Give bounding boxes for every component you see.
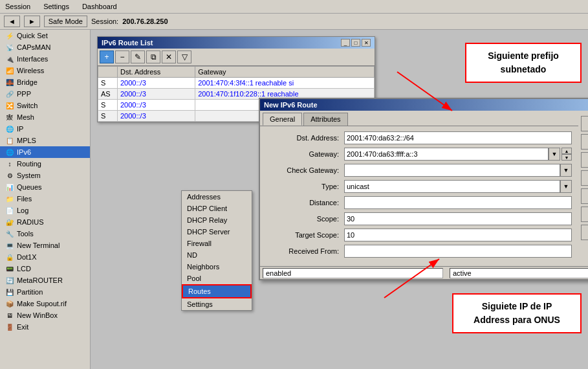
submenu-firewall[interactable]: Firewall — [182, 238, 252, 249]
submenu-routes[interactable]: Routes — [182, 284, 252, 298]
col-dst[interactable]: Dst. Address — [118, 67, 195, 78]
col-flag[interactable] — [98, 67, 118, 78]
row-flag: S — [98, 78, 118, 89]
wireless-icon: 📶 — [5, 66, 14, 75]
sidebar-item-metarouter[interactable]: 🔄 MetaROUTER — [0, 274, 90, 286]
tab-general[interactable]: General — [263, 113, 302, 126]
disable-route-button[interactable]: ✕ — [162, 50, 176, 63]
submenu-pool[interactable]: Pool — [182, 273, 252, 284]
copy-route-button[interactable]: ⧉ — [146, 50, 160, 63]
sidebar-label-lcd: LCD — [17, 265, 31, 273]
sidebar-item-switch[interactable]: 🔀 Switch — [0, 100, 90, 111]
sidebar-item-ipv6[interactable]: 🌐 IPv6 — [0, 146, 90, 158]
received-from-label: Received From: — [267, 247, 344, 255]
gateway-dropdown[interactable]: ▼ — [549, 148, 560, 161]
cancel-button[interactable]: Cancel — [581, 134, 588, 150]
check-gateway-dropdown[interactable]: ▼ — [560, 164, 572, 177]
submenu-addresses[interactable]: Addresses — [182, 191, 252, 203]
new-winbox-icon: 🖥 — [5, 311, 14, 320]
col-gateway[interactable]: Gateway — [195, 67, 375, 78]
gateway-input[interactable] — [344, 148, 549, 161]
distance-row: Distance: — [267, 196, 572, 209]
sidebar-item-system[interactable]: ⚙ System — [0, 170, 90, 181]
submenu-settings[interactable]: Settings — [182, 298, 252, 310]
menu-settings[interactable]: Settings — [41, 1, 72, 12]
route-list-titlebar: IPv6 Route List _ □ ✕ — [98, 37, 375, 49]
route-list-minimize[interactable]: _ — [341, 39, 350, 47]
distance-input[interactable] — [344, 196, 572, 209]
form-area: Dst. Address: Gateway: ▼ ▲ — [260, 126, 578, 266]
submenu-dhcp-client[interactable]: DHCP Client — [182, 203, 252, 214]
sidebar-item-mpls[interactable]: 📋 MPLS — [0, 135, 90, 146]
submenu-neighbors[interactable]: Neighbors — [182, 261, 252, 273]
sidebar-item-queues[interactable]: 📊 Queues — [0, 181, 90, 193]
sidebar-item-ppp[interactable]: 🔗 PPP — [0, 88, 90, 100]
submenu-nd[interactable]: ND — [182, 249, 252, 261]
row-flag: AS — [98, 89, 118, 100]
row-dst: 2000::/3 — [118, 78, 195, 89]
ipv6-icon: 🌐 — [5, 148, 14, 157]
menu-session[interactable]: Session — [3, 1, 33, 12]
sidebar-item-dot1x[interactable]: 🔒 Dot1X — [0, 251, 90, 263]
remove-button[interactable]: Remove — [581, 225, 588, 240]
sidebar-item-routing[interactable]: ↕ Routing — [0, 158, 90, 170]
forward-button[interactable]: ► — [24, 16, 40, 27]
copy-button[interactable]: Copy — [581, 207, 588, 222]
sidebar-label-routing: Routing — [17, 160, 41, 168]
sidebar-item-make-supout[interactable]: 📦 Make Supout.rif — [0, 298, 90, 309]
quick-set-icon: ⚡ — [5, 31, 14, 40]
disable-button[interactable]: Disable — [581, 170, 588, 186]
sidebar-item-ip[interactable]: 🌐 IP — [0, 123, 90, 135]
edit-route-button[interactable]: ✎ — [131, 50, 145, 63]
gateway-down[interactable]: ▼ — [561, 154, 572, 161]
submenu-dhcp-server[interactable]: DHCP Server — [182, 226, 252, 238]
tools-icon: 🔧 — [5, 229, 14, 238]
table-row[interactable]: S 2000::/3 2001:470:4:3f4::1 reachable s… — [98, 78, 375, 89]
sidebar-item-lcd[interactable]: 📟 LCD — [0, 263, 90, 274]
comment-button[interactable]: Comment — [581, 188, 588, 204]
sidebar-item-interfaces[interactable]: 🔌 Interfaces — [0, 53, 90, 65]
sidebar-item-new-winbox[interactable]: 🖥 New WinBox — [0, 309, 90, 321]
type-dropdown[interactable]: ▼ — [560, 180, 572, 193]
sidebar-item-log[interactable]: 📄 Log — [0, 205, 90, 216]
back-button[interactable]: ◄ — [4, 16, 20, 27]
sidebar-item-bridge[interactable]: 🌉 Bridge — [0, 76, 90, 88]
filter-route-button[interactable]: ▽ — [177, 50, 191, 63]
sidebar-item-new-terminal[interactable]: 💻 New Terminal — [0, 240, 90, 251]
row-dst: 2000::/3 — [118, 89, 195, 100]
apply-button[interactable]: Apply — [581, 152, 588, 168]
gateway-up[interactable]: ▲ — [561, 148, 572, 154]
sidebar-item-radius[interactable]: 🔐 RADIUS — [0, 216, 90, 228]
target-scope-input[interactable] — [344, 229, 572, 241]
add-route-button[interactable]: + — [100, 50, 114, 63]
sidebar-item-exit[interactable]: 🚪 Exit — [0, 321, 90, 333]
log-icon: 📄 — [5, 206, 14, 215]
submenu-dhcp-relay[interactable]: DHCP Relay — [182, 214, 252, 226]
sidebar-item-mesh[interactable]: 🕸 Mesh — [0, 111, 90, 123]
check-gateway-input[interactable] — [344, 164, 560, 177]
sidebar-item-files[interactable]: 📁 Files — [0, 193, 90, 205]
sidebar-item-tools[interactable]: 🔧 Tools — [0, 228, 90, 240]
sidebar-label-make-supout: Make Supout.rif — [17, 300, 67, 308]
scope-input[interactable] — [344, 212, 572, 225]
ok-button[interactable]: OK — [581, 116, 588, 131]
gateway-row: Gateway: ▼ ▲ ▼ — [267, 148, 572, 161]
route-list-close[interactable]: ✕ — [362, 39, 371, 47]
sidebar-label-new-winbox: New WinBox — [17, 311, 58, 319]
target-scope-row: Target Scope: — [267, 229, 572, 241]
sidebar-item-quick-set[interactable]: ⚡ Quick Set — [0, 30, 90, 41]
sidebar-item-capsman[interactable]: 📡 CAPsMAN — [0, 41, 90, 53]
tab-attributes[interactable]: Attributes — [303, 113, 347, 126]
sidebar-item-partition[interactable]: 💾 Partition — [0, 286, 90, 298]
safe-mode-button[interactable]: Safe Mode — [44, 16, 87, 27]
remove-route-button[interactable]: − — [115, 50, 129, 63]
make-supout-icon: 📦 — [5, 299, 14, 308]
routing-icon: ↕ — [5, 159, 14, 168]
route-list-title: IPv6 Route List — [102, 39, 153, 47]
menu-dashboard[interactable]: Dashboard — [80, 1, 120, 12]
route-list-maximize[interactable]: □ — [351, 39, 360, 47]
type-input[interactable] — [344, 180, 560, 193]
system-icon: ⚙ — [5, 171, 14, 180]
dst-address-input[interactable] — [344, 131, 572, 144]
sidebar-item-wireless[interactable]: 📶 Wireless — [0, 65, 90, 76]
